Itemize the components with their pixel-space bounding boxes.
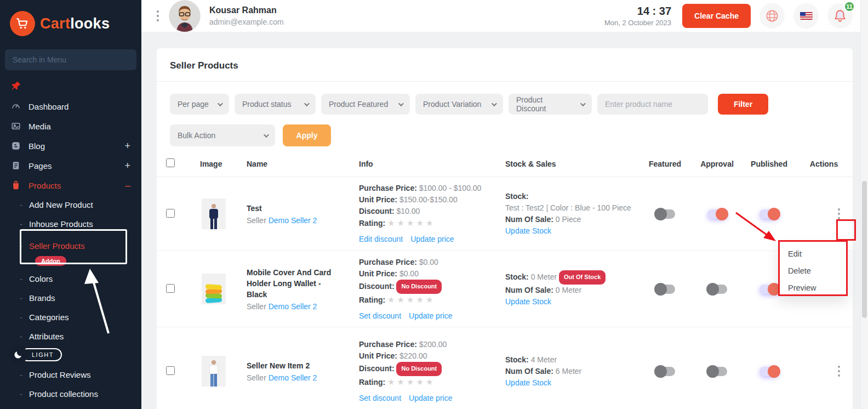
select-all-checkbox[interactable] [166, 158, 175, 167]
clear-cache-button[interactable]: Clear Cache [682, 4, 751, 28]
expand-plus-icon[interactable]: + [124, 160, 130, 172]
approval-toggle[interactable] [707, 209, 727, 219]
published-toggle[interactable] [760, 367, 779, 376]
dashboard-icon [11, 101, 21, 111]
sidebar-search-input[interactable] [5, 49, 136, 70]
rating-stars: ★★★★★ [387, 295, 435, 304]
product-image[interactable] [202, 356, 226, 387]
menu-item-preview[interactable]: Preview [788, 280, 846, 297]
seller-link[interactable]: Demo Seller 2 [269, 302, 317, 311]
update-stock-link[interactable]: Update Stock [505, 297, 551, 306]
user-email: admin@example.com [209, 18, 284, 26]
sidebar-item-colors[interactable]: -Colors [0, 269, 141, 288]
sidebar-item-seller-products[interactable]: -Seller Products [0, 236, 141, 255]
bulk-action-select[interactable]: Bulk Action [170, 124, 275, 146]
sidebar: Cartlooks Dashboard Media Blog + Pages + [0, 0, 141, 409]
pages-icon [11, 161, 21, 171]
expand-plus-icon[interactable]: + [124, 140, 130, 152]
scrollbar-thumb[interactable] [862, 181, 867, 318]
menu-item-delete[interactable]: Delete [788, 263, 846, 280]
table-row: Mobile Cover And Card Holder Long Wallet… [157, 251, 853, 327]
sidebar-item-products[interactable]: Products – [0, 175, 141, 195]
sidebar-item-dashboard[interactable]: Dashboard [0, 96, 141, 116]
user-name: Kousar Rahman [209, 5, 284, 15]
update-stock-link[interactable]: Update Stock [505, 378, 551, 387]
blog-icon [11, 141, 21, 151]
sidebar-item-pages[interactable]: Pages + [0, 156, 141, 175]
featured-toggle[interactable] [655, 367, 675, 376]
filter-button[interactable]: Filter [718, 94, 768, 115]
edit-discount-link[interactable]: Edit discount [359, 234, 403, 245]
clock: 14 : 37 Mon, 2 October 2023 [604, 5, 671, 27]
chevron-down-icon [304, 101, 310, 106]
brand-logo[interactable]: Cartlooks [0, 0, 141, 45]
set-discount-link[interactable]: Set discount [359, 310, 401, 322]
clock-date: Mon, 2 October 2023 [604, 19, 671, 27]
sidebar-item-inhouse-products[interactable]: -Inhouse Products [0, 214, 141, 234]
pin-icon[interactable] [0, 73, 141, 96]
bulk-action-bar: Bulk Action Apply [157, 115, 853, 146]
table-header: Image Name Info Stock & Sales Featured A… [157, 151, 853, 177]
row-actions-menu-icon[interactable] [835, 363, 843, 379]
update-price-link[interactable]: Update price [410, 234, 454, 245]
seller-link[interactable]: Demo Seller 2 [269, 373, 317, 382]
sidebar-collapse-icon[interactable] [153, 7, 162, 25]
rating-stars: ★★★★★ [387, 377, 435, 387]
per-page-select[interactable]: Per page [170, 94, 229, 115]
featured-toggle[interactable] [655, 285, 675, 294]
sidebar-item-blog[interactable]: Blog + [0, 136, 141, 156]
sidebar-item-categories[interactable]: -Categories [0, 308, 141, 327]
product-image[interactable] [202, 198, 226, 229]
language-button[interactable] [793, 3, 819, 29]
sidebar-item-product-collections[interactable]: -Product collections [0, 384, 141, 404]
product-name: Seller New Item 2 [247, 360, 335, 371]
update-price-link[interactable]: Update price [409, 393, 452, 404]
product-variation-select[interactable]: Product Variation [415, 94, 503, 115]
product-name-input[interactable] [597, 94, 708, 115]
brand-name: Cartlooks [40, 15, 110, 32]
seller-link[interactable]: Demo Seller 2 [269, 216, 317, 225]
published-toggle[interactable] [760, 209, 779, 219]
update-stock-link[interactable]: Update Stock [505, 226, 551, 235]
apply-button[interactable]: Apply [283, 124, 331, 146]
table-row: Test Seller Demo Seller 2 Purchase Price… [157, 177, 853, 251]
sidebar-item-product-reviews[interactable]: -Product Reviews [0, 365, 141, 384]
set-discount-link[interactable]: Set discount [359, 393, 401, 404]
theme-toggle[interactable]: LIGHT [9, 345, 62, 364]
user-avatar[interactable] [169, 0, 201, 32]
user-block[interactable]: Kousar Rahman admin@example.com [209, 5, 284, 26]
out-of-stock-badge: Out Of Stock [559, 270, 606, 285]
sidebar-item-media[interactable]: Media [0, 116, 141, 136]
collapse-minus-icon[interactable]: – [125, 180, 130, 191]
published-toggle[interactable] [760, 285, 779, 294]
no-discount-badge: No Discount [396, 280, 442, 294]
approval-toggle[interactable] [707, 367, 727, 376]
seller-products-card: Seller Products Per page Product status … [157, 48, 853, 409]
product-discount-select[interactable]: Product Discount [509, 94, 592, 115]
approval-toggle[interactable] [707, 285, 727, 294]
row-actions-dropdown: Edit Delete Preview [778, 240, 848, 296]
menu-item-edit[interactable]: Edit [788, 246, 846, 263]
row-checkbox[interactable] [166, 366, 175, 375]
sidebar-item-add-new-product[interactable]: -Add New Product [0, 195, 141, 214]
chevron-down-icon [264, 132, 269, 138]
sidebar-item-brands[interactable]: -Brands [0, 288, 141, 308]
rating-stars: ★★★★★ [387, 218, 435, 228]
product-status-select[interactable]: Product status [235, 94, 316, 115]
topbar: Kousar Rahman admin@example.com 14 : 37 … [141, 0, 868, 32]
filter-bar: Per page Product status Product Featured… [157, 82, 853, 115]
globe-button[interactable] [760, 3, 785, 29]
addon-badge: Addon [35, 256, 66, 266]
row-checkbox[interactable] [166, 284, 175, 293]
product-image[interactable] [202, 274, 226, 304]
page-scrollbar[interactable] [860, 0, 868, 409]
sidebar-item-attributes[interactable]: -Attributes [0, 327, 141, 346]
product-featured-select[interactable]: Product Featured [321, 94, 410, 115]
update-price-link[interactable]: Update price [409, 310, 452, 322]
row-checkbox[interactable] [166, 209, 175, 218]
chevron-down-icon [492, 101, 497, 106]
featured-toggle[interactable] [655, 209, 675, 219]
row-actions-menu-icon[interactable] [835, 206, 843, 222]
notifications-button[interactable]: 11 [827, 3, 853, 29]
product-name: Mobile Cover And Card Holder Long Wallet… [247, 267, 335, 300]
